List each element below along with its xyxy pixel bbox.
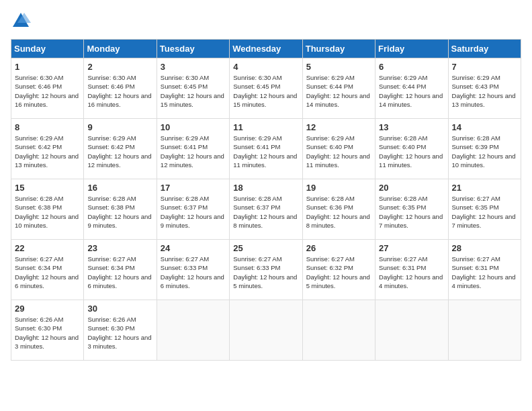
sunset-time: Sunset: 6:35 PM: [452, 203, 499, 211]
day-info: Sunrise: 6:28 AM Sunset: 6:38 PM Dayligh…: [87, 194, 152, 230]
day-number: 14: [452, 122, 517, 132]
calendar-day-30: 30 Sunrise: 6:26 AM Sunset: 6:30 PM Dayl…: [84, 300, 157, 361]
calendar-day-2: 2 Sunrise: 6:30 AM Sunset: 6:46 PM Dayli…: [84, 58, 157, 119]
sunrise-time: Sunrise: 6:29 AM: [15, 134, 63, 142]
calendar-header-saturday: Saturday: [448, 40, 521, 58]
day-number: 1: [15, 62, 80, 72]
day-info: Sunrise: 6:27 AM Sunset: 6:34 PM Dayligh…: [87, 255, 152, 290]
daylight-hours: Daylight: 12 hours and 7 minutes.: [452, 213, 516, 229]
daylight-hours: Daylight: 12 hours and 13 minutes.: [452, 92, 516, 108]
calendar-day-24: 24 Sunrise: 6:27 AM Sunset: 6:33 PM Dayl…: [157, 240, 229, 300]
day-number: 9: [87, 122, 152, 132]
daylight-hours: Daylight: 12 hours and 10 minutes.: [452, 152, 516, 169]
day-info: Sunrise: 6:29 AM Sunset: 6:42 PM Dayligh…: [15, 134, 80, 169]
day-info: Sunrise: 6:30 AM Sunset: 6:45 PM Dayligh…: [233, 73, 298, 109]
daylight-hours: Daylight: 12 hours and 11 minutes.: [306, 152, 370, 169]
day-info: Sunrise: 6:28 AM Sunset: 6:37 PM Dayligh…: [233, 194, 298, 230]
day-info: Sunrise: 6:29 AM Sunset: 6:44 PM Dayligh…: [306, 73, 371, 109]
day-info: Sunrise: 6:27 AM Sunset: 6:31 PM Dayligh…: [452, 255, 517, 290]
day-info: Sunrise: 6:30 AM Sunset: 6:45 PM Dayligh…: [161, 73, 226, 109]
sunset-time: Sunset: 6:38 PM: [87, 203, 134, 211]
day-info: Sunrise: 6:26 AM Sunset: 6:30 PM Dayligh…: [15, 315, 80, 351]
sunrise-time: Sunrise: 6:29 AM: [379, 74, 427, 81]
day-number: 12: [306, 122, 371, 132]
calendar-week-5: 29 Sunrise: 6:26 AM Sunset: 6:30 PM Dayl…: [11, 300, 521, 361]
day-info: Sunrise: 6:28 AM Sunset: 6:38 PM Dayligh…: [15, 194, 80, 230]
sunrise-time: Sunrise: 6:28 AM: [306, 195, 355, 202]
day-info: Sunrise: 6:29 AM Sunset: 6:42 PM Dayligh…: [87, 134, 152, 169]
sunset-time: Sunset: 6:31 PM: [452, 264, 499, 271]
sunrise-time: Sunrise: 6:29 AM: [306, 74, 355, 81]
day-info: Sunrise: 6:28 AM Sunset: 6:37 PM Dayligh…: [161, 194, 226, 230]
daylight-hours: Daylight: 12 hours and 6 minutes.: [87, 273, 151, 289]
sunset-time: Sunset: 6:34 PM: [15, 264, 62, 271]
daylight-hours: Daylight: 12 hours and 5 minutes.: [306, 273, 370, 289]
sunrise-time: Sunrise: 6:30 AM: [233, 74, 281, 81]
day-number: 13: [379, 122, 444, 132]
sunrise-time: Sunrise: 6:29 AM: [161, 134, 209, 142]
daylight-hours: Daylight: 12 hours and 8 minutes.: [306, 213, 370, 229]
day-number: 21: [452, 183, 517, 193]
day-number: 11: [233, 122, 298, 132]
sunrise-time: Sunrise: 6:28 AM: [161, 195, 209, 202]
calendar-empty-cell: [157, 300, 229, 361]
calendar-day-22: 22 Sunrise: 6:27 AM Sunset: 6:34 PM Dayl…: [11, 240, 84, 300]
calendar-day-12: 12 Sunrise: 6:29 AM Sunset: 6:40 PM Dayl…: [302, 119, 375, 179]
sunrise-time: Sunrise: 6:27 AM: [161, 255, 209, 263]
day-info: Sunrise: 6:26 AM Sunset: 6:30 PM Dayligh…: [87, 315, 152, 351]
calendar-week-2: 8 Sunrise: 6:29 AM Sunset: 6:42 PM Dayli…: [11, 119, 521, 179]
day-info: Sunrise: 6:29 AM Sunset: 6:44 PM Dayligh…: [379, 73, 444, 109]
day-info: Sunrise: 6:27 AM Sunset: 6:33 PM Dayligh…: [233, 255, 298, 290]
sunset-time: Sunset: 6:37 PM: [161, 203, 208, 211]
day-info: Sunrise: 6:27 AM Sunset: 6:35 PM Dayligh…: [452, 194, 517, 230]
calendar-day-19: 19 Sunrise: 6:28 AM Sunset: 6:36 PM Dayl…: [302, 179, 375, 240]
calendar: SundayMondayTuesdayWednesdayThursdayFrid…: [11, 39, 521, 361]
daylight-hours: Daylight: 12 hours and 16 minutes.: [87, 92, 151, 108]
sunset-time: Sunset: 6:33 PM: [233, 264, 280, 271]
day-number: 27: [379, 243, 444, 253]
calendar-day-23: 23 Sunrise: 6:27 AM Sunset: 6:34 PM Dayl…: [84, 240, 157, 300]
calendar-empty-cell: [302, 300, 375, 361]
day-number: 26: [306, 243, 371, 253]
sunset-time: Sunset: 6:31 PM: [379, 264, 426, 271]
sunrise-time: Sunrise: 6:30 AM: [161, 74, 209, 81]
sunrise-time: Sunrise: 6:27 AM: [306, 255, 355, 263]
daylight-hours: Daylight: 12 hours and 7 minutes.: [379, 213, 443, 229]
calendar-empty-cell: [448, 300, 521, 361]
daylight-hours: Daylight: 12 hours and 3 minutes.: [15, 334, 79, 350]
sunset-time: Sunset: 6:46 PM: [15, 83, 62, 90]
sunrise-time: Sunrise: 6:29 AM: [233, 134, 281, 142]
calendar-day-14: 14 Sunrise: 6:28 AM Sunset: 6:39 PM Dayl…: [448, 119, 521, 179]
sunset-time: Sunset: 6:38 PM: [15, 203, 62, 211]
daylight-hours: Daylight: 12 hours and 14 minutes.: [306, 92, 370, 108]
sunrise-time: Sunrise: 6:28 AM: [452, 134, 500, 142]
day-info: Sunrise: 6:27 AM Sunset: 6:33 PM Dayligh…: [161, 255, 226, 290]
daylight-hours: Daylight: 12 hours and 8 minutes.: [233, 213, 297, 229]
day-info: Sunrise: 6:28 AM Sunset: 6:40 PM Dayligh…: [379, 134, 444, 169]
day-number: 5: [306, 62, 371, 72]
calendar-week-3: 15 Sunrise: 6:28 AM Sunset: 6:38 PM Dayl…: [11, 179, 521, 240]
day-info: Sunrise: 6:27 AM Sunset: 6:32 PM Dayligh…: [306, 255, 371, 290]
calendar-header-monday: Monday: [84, 40, 157, 58]
sunrise-time: Sunrise: 6:27 AM: [379, 255, 427, 263]
sunset-time: Sunset: 6:44 PM: [306, 83, 353, 90]
sunset-time: Sunset: 6:39 PM: [452, 143, 499, 150]
sunset-time: Sunset: 6:45 PM: [233, 83, 280, 90]
sunset-time: Sunset: 6:37 PM: [233, 203, 280, 211]
daylight-hours: Daylight: 12 hours and 15 minutes.: [161, 92, 224, 108]
sunrise-time: Sunrise: 6:28 AM: [233, 195, 281, 202]
calendar-week-4: 22 Sunrise: 6:27 AM Sunset: 6:34 PM Dayl…: [11, 240, 521, 300]
sunset-time: Sunset: 6:43 PM: [452, 83, 499, 90]
calendar-header-wednesday: Wednesday: [230, 40, 302, 58]
day-info: Sunrise: 6:28 AM Sunset: 6:39 PM Dayligh…: [452, 134, 517, 169]
calendar-empty-cell: [230, 300, 302, 361]
daylight-hours: Daylight: 12 hours and 15 minutes.: [233, 92, 297, 108]
day-info: Sunrise: 6:29 AM Sunset: 6:40 PM Dayligh…: [306, 134, 371, 169]
sunrise-time: Sunrise: 6:29 AM: [87, 134, 136, 142]
sunrise-time: Sunrise: 6:28 AM: [87, 195, 136, 202]
calendar-header-sunday: Sunday: [11, 40, 84, 58]
sunrise-time: Sunrise: 6:27 AM: [15, 255, 63, 263]
daylight-hours: Daylight: 12 hours and 4 minutes.: [379, 273, 443, 289]
calendar-day-29: 29 Sunrise: 6:26 AM Sunset: 6:30 PM Dayl…: [11, 300, 84, 361]
day-info: Sunrise: 6:27 AM Sunset: 6:34 PM Dayligh…: [15, 255, 80, 290]
